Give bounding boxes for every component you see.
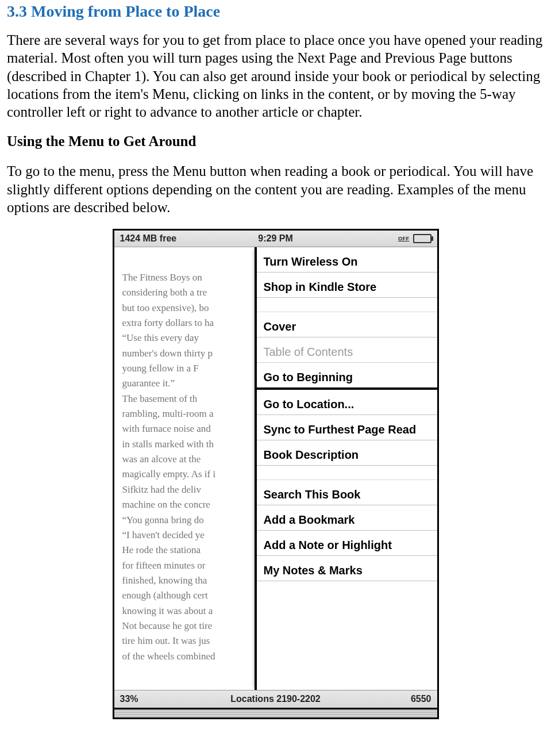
subheading: Using the Menu to Get Around xyxy=(7,133,544,149)
section-heading: 3.3 Moving from Place to Place xyxy=(7,2,544,21)
menu-item[interactable]: My Notes & Marks xyxy=(257,556,437,581)
progress-percent: 33% xyxy=(120,694,198,704)
menu-item[interactable]: Cover xyxy=(257,312,437,337)
menu-item[interactable]: Add a Bookmark xyxy=(257,505,437,531)
context-menu: Turn Wireless OnShop in Kindle StoreCove… xyxy=(255,247,437,690)
device-bottom-strip xyxy=(113,709,439,719)
footer-bar: 33% Locations 2190-2202 6550 xyxy=(114,690,437,708)
menu-spacer xyxy=(257,581,437,690)
menu-item[interactable]: Go to Beginning xyxy=(257,363,437,390)
location-range: Locations 2190-2202 xyxy=(198,694,353,704)
kindle-screenshot: 1424 MB free 9:29 PM OFF The Fitness Boy… xyxy=(113,229,439,709)
menu-item[interactable]: Add a Note or Highlight xyxy=(257,531,437,556)
location-total: 6550 xyxy=(353,694,431,704)
intro-paragraph: There are several ways for you to get fr… xyxy=(7,31,544,121)
battery-icon xyxy=(413,234,431,243)
memory-free: 1424 MB free xyxy=(120,233,224,244)
menu-item: Table of Contents xyxy=(257,337,437,363)
menu-paragraph: To go to the menu, press the Menu button… xyxy=(7,162,544,216)
menu-item[interactable]: Shop in Kindle Store xyxy=(257,273,437,298)
menu-item[interactable]: Search This Book xyxy=(257,480,437,505)
menu-separator xyxy=(257,466,437,480)
status-bar: 1424 MB free 9:29 PM OFF xyxy=(114,231,437,247)
menu-item[interactable]: Sync to Furthest Page Read xyxy=(257,415,437,440)
clock: 9:29 PM xyxy=(224,233,327,244)
menu-item[interactable]: Turn Wireless On xyxy=(257,247,437,273)
menu-item[interactable]: Book Description xyxy=(257,440,437,466)
menu-separator xyxy=(257,298,437,312)
book-page-text: The Fitness Boys on considering both a t… xyxy=(114,247,255,690)
wireless-off-label: OFF xyxy=(398,236,410,241)
menu-item[interactable]: Go to Location... xyxy=(257,390,437,415)
